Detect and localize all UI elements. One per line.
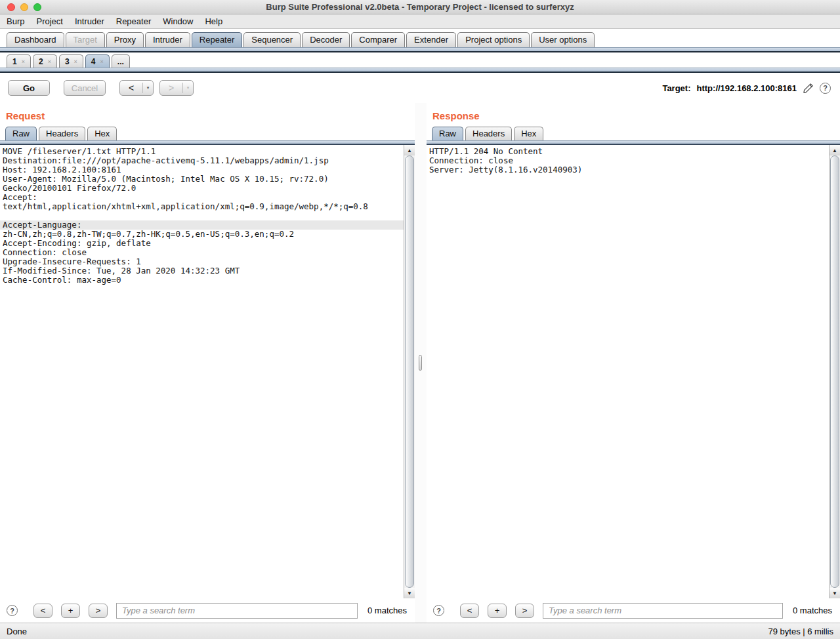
response-search-input[interactable] [543, 603, 783, 619]
repeater-tab-label: 2 [39, 57, 43, 66]
menu-item-window[interactable]: Window [163, 16, 193, 26]
code-line: User-Agent: Mozilla/5.0 (Macintosh; Inte… [0, 175, 404, 184]
edit-target-icon[interactable] [803, 83, 814, 94]
status-bar: Done 79 bytes | 6 millis [0, 623, 840, 639]
tab-headers[interactable]: Headers [465, 127, 512, 140]
response-search-matches: 0 matches [793, 606, 832, 615]
chevron-down-icon[interactable]: ▾ [143, 85, 153, 91]
code-line: Server: Jetty(8.1.16.v20140903) [427, 165, 829, 175]
request-scrollbar[interactable]: ▲ ▼ [404, 145, 415, 598]
repeater-tab-2[interactable]: 2× [33, 54, 57, 68]
request-panel-title: Request [0, 103, 415, 126]
code-line: Host: 192.168.2.100:8161 [0, 165, 404, 175]
target-label: Target: [662, 83, 690, 93]
tab-raw[interactable]: Raw [5, 127, 37, 140]
menu-item-help[interactable]: Help [205, 16, 222, 26]
main-tab-strip [0, 47, 840, 52]
target-url: http://192.168.2.100:8161 [697, 83, 797, 93]
menu-bar: BurpProjectIntruderRepeaterWindowHelp [0, 14, 840, 29]
close-tab-icon[interactable]: × [74, 58, 77, 65]
scrollbar-thumb[interactable] [405, 155, 414, 588]
code-line [0, 211, 404, 220]
split-divider[interactable] [415, 103, 427, 623]
request-editor[interactable]: MOVE /fileserver/1.txt HTTP/1.1Destinati… [0, 145, 415, 598]
response-scrollbar[interactable]: ▲ ▼ [829, 145, 840, 598]
search-previous-button[interactable]: < [460, 604, 479, 618]
tab-sequencer[interactable]: Sequencer [243, 32, 301, 47]
chevron-down-icon[interactable]: ▾ [183, 85, 193, 91]
target-bar: Target: http://192.168.2.100:8161 ? [662, 83, 831, 94]
tab-repeater[interactable]: Repeater [192, 32, 242, 47]
response-search-bar: ? < + > 0 matches [427, 598, 840, 623]
code-line: Accept-Encoding: gzip, deflate [0, 239, 404, 248]
previous-request-label: < [120, 83, 142, 93]
menu-item-project[interactable]: Project [36, 16, 62, 26]
tab-project-options[interactable]: Project options [457, 32, 530, 47]
tab-proxy[interactable]: Proxy [106, 32, 144, 47]
tab-hex[interactable]: Hex [87, 127, 117, 140]
zoom-window-icon[interactable] [33, 3, 41, 11]
scroll-down-icon[interactable]: ▼ [830, 588, 840, 598]
split-divider-handle[interactable] [419, 355, 422, 371]
cancel-button[interactable]: Cancel [64, 80, 106, 96]
repeater-tab-[interactable]: ... [112, 54, 130, 68]
next-request-button[interactable]: > ▾ [159, 80, 194, 96]
close-tab-icon[interactable]: × [100, 58, 104, 65]
repeater-tab-4[interactable]: 4× [85, 54, 110, 68]
help-icon[interactable]: ? [433, 605, 444, 616]
repeater-toolbar: Go Cancel < ▾ > ▾ Target: http://192.168… [0, 73, 840, 103]
search-previous-button[interactable]: < [33, 604, 52, 618]
status-right: 79 bytes | 6 millis [768, 627, 833, 636]
tab-raw[interactable]: Raw [432, 127, 463, 140]
response-panel-title: Response [427, 103, 840, 126]
request-editor-tabs: RawHeadersHex [0, 126, 415, 140]
code-line: text/html,application/xhtml+xml,applicat… [0, 202, 404, 211]
tab-target[interactable]: Target [66, 32, 105, 47]
tab-headers[interactable]: Headers [39, 127, 85, 140]
go-button[interactable]: Go [8, 80, 50, 96]
menu-item-repeater[interactable]: Repeater [116, 16, 151, 26]
tab-extender[interactable]: Extender [406, 32, 456, 47]
traffic-lights [7, 3, 41, 11]
request-raw-text[interactable]: MOVE /fileserver/1.txt HTTP/1.1Destinati… [0, 145, 404, 598]
scroll-up-icon[interactable]: ▲ [404, 145, 415, 155]
help-icon[interactable]: ? [7, 605, 18, 616]
tab-comparer[interactable]: Comparer [351, 32, 405, 47]
search-add-button[interactable]: + [61, 604, 80, 618]
response-editor[interactable]: HTTP/1.1 204 No ContentConnection: close… [427, 145, 840, 598]
search-next-button[interactable]: > [89, 604, 108, 618]
code-line: MOVE /fileserver/1.txt HTTP/1.1 [0, 147, 404, 156]
response-editor-tab-strip [427, 140, 840, 145]
code-line: zh-CN,zh;q=0.8,zh-TW;q=0.7,zh-HK;q=0.5,e… [0, 230, 404, 239]
menu-item-burp[interactable]: Burp [7, 16, 24, 26]
response-raw-text[interactable]: HTTP/1.1 204 No ContentConnection: close… [427, 145, 829, 598]
tab-intruder[interactable]: Intruder [145, 32, 190, 47]
request-search-input[interactable] [116, 603, 358, 619]
scroll-up-icon[interactable]: ▲ [830, 145, 840, 155]
help-icon[interactable]: ? [820, 83, 831, 94]
tab-dashboard[interactable]: Dashboard [7, 32, 64, 47]
code-line: Upgrade-Insecure-Requests: 1 [0, 257, 404, 266]
repeater-tab-1[interactable]: 1× [7, 54, 31, 68]
tab-decoder[interactable]: Decoder [302, 32, 350, 47]
search-next-button[interactable]: > [515, 604, 534, 618]
window-title: Burp Suite Professional v2.0beta - Tempo… [266, 2, 574, 12]
close-window-icon[interactable] [7, 3, 15, 11]
close-tab-icon[interactable]: × [48, 58, 51, 65]
tab-hex[interactable]: Hex [514, 127, 543, 140]
code-line: Connection: close [427, 156, 829, 165]
window-title-bar: Burp Suite Professional v2.0beta - Tempo… [0, 0, 840, 14]
minimize-window-icon[interactable] [20, 3, 28, 11]
main-tab-bar: DashboardTargetProxyIntruderRepeaterSequ… [0, 29, 840, 47]
tab-user-options[interactable]: User options [531, 32, 595, 47]
menu-item-intruder[interactable]: Intruder [75, 16, 104, 26]
request-search-matches: 0 matches [368, 606, 407, 615]
repeater-tab-label: 4 [91, 57, 96, 66]
scrollbar-thumb[interactable] [830, 155, 839, 588]
scroll-down-icon[interactable]: ▼ [404, 588, 415, 598]
search-add-button[interactable]: + [488, 604, 507, 618]
previous-request-button[interactable]: < ▾ [119, 80, 154, 96]
code-line: Accept: [0, 193, 404, 202]
repeater-tab-3[interactable]: 3× [59, 54, 83, 68]
close-tab-icon[interactable]: × [22, 58, 25, 65]
